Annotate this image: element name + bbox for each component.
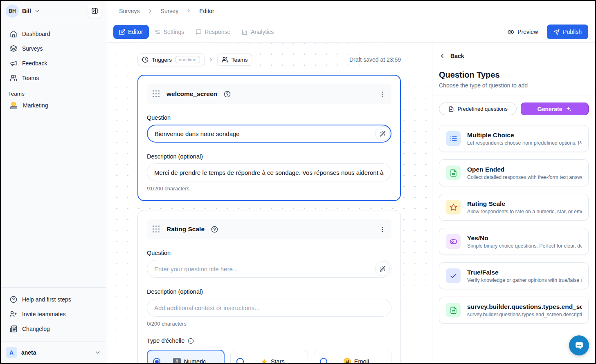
breadcrumb-surveys[interactable]: Surveys (119, 8, 140, 14)
chevron-left-icon (439, 53, 445, 59)
sidebar-item-teams[interactable]: Teams (6, 71, 101, 85)
tab-response[interactable]: Response (190, 25, 236, 39)
tab-settings[interactable]: Settings (149, 25, 190, 39)
chevron-down-icon[interactable] (34, 8, 40, 14)
question-type-end-screen[interactable]: survey.builder.questions.types.end_scr..… (439, 297, 589, 324)
check-icon (446, 268, 461, 283)
sidebar-item-label: Surveys (22, 45, 43, 52)
breadcrumb-survey[interactable]: Survey (161, 8, 179, 14)
scale-option-stars[interactable]: ★ Stars (230, 350, 308, 363)
question-card-title: welcome_screen (166, 90, 217, 98)
teams-chip-label: Teams (232, 57, 248, 63)
question-type-multiple-choice[interactable]: Multiple Choice Let respondents choose f… (439, 125, 589, 152)
question-input[interactable] (147, 260, 391, 278)
preview-button[interactable]: Preview (507, 29, 538, 36)
type-description: Simple binary choice questions. Perfect … (467, 243, 582, 249)
sidebar-footer-nav: Help and first steps Invite teammates Ch… (1, 287, 106, 338)
predefined-label: Predefined questions (458, 106, 508, 112)
question-card-title: Rating Scale (166, 226, 205, 233)
user-name[interactable]: Bill (22, 8, 31, 14)
more-vertical-icon[interactable] (379, 226, 386, 233)
users-icon (10, 74, 17, 82)
publish-button[interactable]: Publish (547, 25, 588, 39)
sidebar-item-label: Changelog (22, 326, 50, 332)
question-input[interactable] (147, 125, 391, 143)
description-label: Description (optional) (147, 288, 391, 295)
question-type-yes-no[interactable]: Yes/No Simple binary choice questions. P… (439, 228, 589, 255)
teams-chip[interactable]: Teams (217, 54, 252, 66)
radio-unselected (320, 358, 327, 363)
sparkles-icon (566, 106, 572, 112)
question-type-open-ended[interactable]: Open Ended Collect detailed responses wi… (439, 159, 589, 186)
more-vertical-icon[interactable] (379, 91, 386, 98)
layers-icon (10, 45, 17, 52)
tab-label: Settings (164, 29, 184, 35)
help-circle-icon[interactable] (211, 226, 218, 233)
bar-chart-icon (242, 29, 248, 35)
magic-wand-button[interactable] (375, 126, 390, 141)
sidebar-item-help[interactable]: Help and first steps (6, 293, 101, 306)
tab-analytics[interactable]: Analytics (236, 25, 279, 39)
sidebar-header: BH Bill (1, 1, 106, 21)
question-label: Question (147, 114, 391, 121)
type-description: survey.builder.questions.types.end_scree… (467, 312, 582, 317)
type-title: Open Ended (467, 166, 582, 173)
sidebar-item-dashboard[interactable]: Dashboard (6, 27, 101, 41)
sidebar-item-changelog[interactable]: Changelog (6, 322, 101, 336)
megaphone-icon (10, 60, 17, 67)
sidebar-item-invite[interactable]: Invite teammates (6, 307, 101, 321)
scale-option-label: Numeric (184, 358, 206, 363)
triggers-chip[interactable]: Triggers one-time (137, 53, 205, 66)
scale-option-emoji[interactable]: Emoji (314, 350, 391, 363)
description-label: Description (optional) (147, 153, 391, 160)
teams-section-header: Teams (1, 85, 106, 98)
sidebar-item-feedback[interactable]: Feedback (6, 56, 101, 70)
org-avatar: A (6, 347, 17, 358)
canvas-toolbar: Triggers one-time Teams Draft saved at 2… (137, 53, 401, 66)
back-button[interactable]: Back (439, 53, 589, 59)
type-title: True/False (467, 269, 582, 276)
tab-editor[interactable]: Editor (113, 25, 149, 39)
help-circle-icon[interactable] (224, 91, 231, 98)
question-type-list: Multiple Choice Let respondents choose f… (439, 125, 589, 324)
sidebar-spacer (1, 112, 106, 287)
question-label: Question (147, 250, 391, 256)
chevron-down-icon (94, 349, 101, 356)
chat-launcher-button[interactable] (569, 335, 589, 355)
drag-handle-icon[interactable] (153, 90, 160, 98)
predefined-questions-button[interactable]: Predefined questions (439, 103, 517, 115)
scale-option-numeric[interactable]: # Numeric (147, 350, 225, 363)
sidebar-item-surveys[interactable]: Surveys (6, 42, 101, 56)
description-input[interactable] (147, 299, 391, 317)
drag-handle-icon[interactable] (153, 226, 160, 233)
breadcrumb: Surveys Survey Editor (106, 1, 595, 21)
collapse-sidebar-button[interactable] (88, 4, 101, 18)
magic-wand-button[interactable] (375, 261, 390, 276)
avatar[interactable]: BH (6, 4, 19, 18)
teams-list: Marketing (1, 98, 106, 112)
description-input[interactable] (147, 163, 391, 181)
list-icon (446, 131, 461, 146)
back-label: Back (450, 53, 464, 59)
sidebar: BH Bill Dashboard Surveys Feedback (1, 1, 106, 363)
info-circle-icon[interactable] (188, 338, 194, 344)
generate-button[interactable]: Generate (521, 103, 589, 115)
question-type-true-false[interactable]: True/False Verify knowledge or gather op… (439, 262, 589, 289)
draft-status: Draft saved at 23:59 (349, 56, 401, 63)
type-title: Multiple Choice (467, 132, 582, 139)
technologist-emoji (10, 101, 18, 109)
breadcrumb-editor: Editor (199, 8, 214, 14)
editor-toolbar: Editor Settings Response Analytics Previ… (106, 21, 595, 43)
org-switcher[interactable]: A aneta (1, 342, 106, 363)
question-card-rating[interactable]: Rating Scale Question Description (optio… (137, 210, 401, 363)
publish-label: Publish (563, 29, 582, 35)
panel-title: Question Types (439, 70, 589, 80)
sliders-icon (155, 29, 161, 35)
question-type-rating-scale[interactable]: Rating Scale Allow respondents to rate o… (439, 194, 589, 221)
star-icon (446, 200, 461, 214)
sidebar-item-team-marketing[interactable]: Marketing (6, 98, 101, 112)
main-area: Surveys Survey Editor Editor Settings Re… (106, 1, 595, 363)
chevron-right-icon (208, 57, 214, 63)
question-card-welcome[interactable]: welcome_screen Question Description (opt… (137, 75, 401, 201)
eye-icon (507, 29, 514, 36)
